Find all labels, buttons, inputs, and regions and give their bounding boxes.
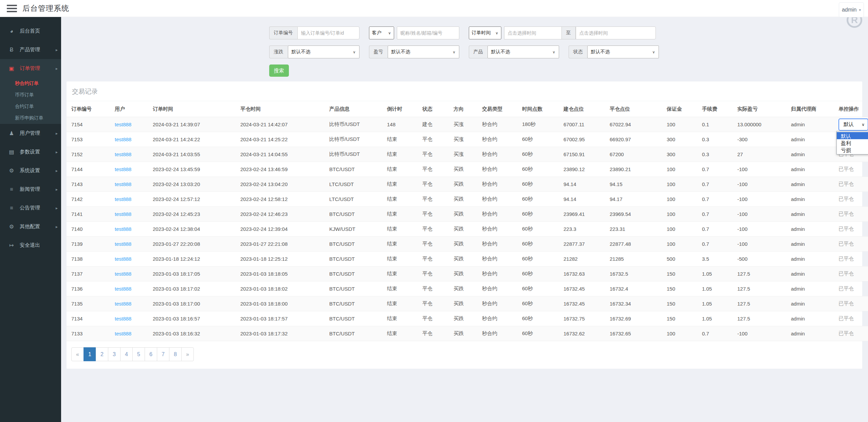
chevron-right-icon: ▸ bbox=[56, 150, 58, 154]
time-to-label: 至 bbox=[562, 26, 576, 39]
open-time-cell: 2023-02-24 12:38:04 bbox=[148, 222, 236, 237]
status-cell: 平仓 bbox=[418, 281, 449, 296]
control-dropdown-option[interactable]: 盈利 bbox=[837, 139, 868, 146]
pagination-page-7[interactable]: 7 bbox=[157, 347, 169, 361]
user-link[interactable]: test888 bbox=[115, 181, 131, 187]
control-dropdown-option[interactable]: 默认 bbox=[837, 132, 868, 139]
countdown-cell: 结束 bbox=[382, 192, 418, 207]
trade-type-cell: 秒合约 bbox=[477, 222, 517, 237]
user-link[interactable]: test888 bbox=[115, 211, 131, 217]
time-to-input[interactable] bbox=[576, 26, 656, 39]
sidebar-item-系统设置[interactable]: ⚙系统设置▸ bbox=[0, 161, 61, 180]
status-cell: 平仓 bbox=[418, 267, 449, 281]
product-select[interactable]: 默认不选 ∨ bbox=[487, 45, 559, 58]
user-link[interactable]: test888 bbox=[115, 316, 131, 322]
sidebar-item-订单管理[interactable]: ▣订单管理▸ bbox=[0, 59, 61, 78]
user-link[interactable]: test888 bbox=[115, 196, 131, 202]
user-link[interactable]: test888 bbox=[115, 151, 131, 157]
sidebar-subitem-币币订单[interactable]: 币币订单 bbox=[0, 89, 61, 101]
sidebar-item-后台首页[interactable]: ◕后台首页 bbox=[0, 22, 61, 40]
list-icon: ≡ bbox=[7, 205, 16, 211]
profit-select[interactable]: 默认不选 ∨ bbox=[388, 45, 459, 58]
pagination-next[interactable]: » bbox=[181, 347, 194, 361]
user-link[interactable]: test888 bbox=[115, 241, 131, 247]
orders-icon: ▣ bbox=[7, 65, 16, 72]
search-button[interactable]: 搜索 bbox=[269, 65, 289, 77]
hamburger-menu-icon[interactable] bbox=[7, 5, 17, 12]
time-from-input[interactable] bbox=[504, 26, 562, 39]
top-header-bar: 后台管理系统 bbox=[0, 0, 868, 17]
fee-cell: 1.05 bbox=[697, 267, 733, 281]
open-time-cell: 2023-01-03 18:16:32 bbox=[148, 326, 236, 341]
pagination-page-2[interactable]: 2 bbox=[96, 347, 108, 361]
sidebar-item-用户管理[interactable]: ♟用户管理▸ bbox=[0, 124, 61, 143]
sidebar-subitem-秒合约订单[interactable]: 秒合约订单 bbox=[0, 78, 61, 89]
pagination-prev[interactable]: « bbox=[71, 347, 84, 361]
open-price-cell: 67002.95 bbox=[559, 132, 605, 147]
sidebar-subitem-新币申购订单[interactable]: 新币申购订单 bbox=[0, 112, 61, 124]
status-select[interactable]: 默认不选 ∨ bbox=[587, 45, 659, 58]
status-cell: 平仓 bbox=[418, 222, 449, 237]
table-row: 7139test8882023-01-27 22:20:082023-01-27… bbox=[67, 237, 868, 252]
sidebar-subitem-合约订单[interactable]: 合约订单 bbox=[0, 101, 61, 112]
open-price-cell: 16732.62 bbox=[559, 326, 605, 341]
sidebar-item-产品管理[interactable]: Ƀ产品管理▸ bbox=[0, 40, 61, 59]
filter-form: 订单编号 客户 ∨ 订单时间 ∨ 至 bbox=[269, 26, 660, 77]
order-id-cell: 7133 bbox=[67, 326, 110, 341]
product-value: 默认不选 bbox=[491, 49, 510, 55]
user-cell: test888 bbox=[110, 237, 148, 252]
chevron-down-icon: ∨ bbox=[453, 50, 455, 54]
control-dropdown-option[interactable]: 亏损 bbox=[837, 146, 868, 153]
user-link[interactable]: test888 bbox=[115, 301, 131, 307]
product-cell: LTC/USDT bbox=[325, 177, 382, 192]
customer-type-select[interactable]: 客户 ∨ bbox=[369, 26, 394, 39]
user-link[interactable]: test888 bbox=[115, 256, 131, 262]
margin-cell: 150 bbox=[662, 281, 697, 296]
time-type-value: 订单时间 bbox=[472, 30, 491, 36]
close-price-cell: 16732.5 bbox=[605, 267, 662, 281]
user-link[interactable]: test888 bbox=[115, 286, 131, 292]
order-id-cell: 7137 bbox=[67, 267, 110, 281]
status-cell: 平仓 bbox=[418, 311, 449, 326]
pagination-page-1[interactable]: 1 bbox=[84, 347, 96, 361]
sidebar-item-公告管理[interactable]: ≡公告管理▸ bbox=[0, 199, 61, 217]
time-type-select[interactable]: 订单时间 ∨ bbox=[469, 26, 501, 39]
pagination-page-4[interactable]: 4 bbox=[120, 347, 133, 361]
column-header: 交易类型 bbox=[477, 101, 517, 117]
table-row: 7135test8882023-01-03 18:17:002023-01-03… bbox=[67, 296, 868, 311]
order-id-cell: 7152 bbox=[67, 147, 110, 162]
pagination-page-5[interactable]: 5 bbox=[132, 347, 145, 361]
sidebar-item-label: 新闻管理 bbox=[20, 186, 40, 192]
filter-row-2: 涨跌 默认不选 ∨ 盈亏 默认不选 ∨ 产品 默认不选 ∨ bbox=[269, 45, 660, 58]
sidebar-item-安全退出[interactable]: ↦安全退出 bbox=[0, 236, 61, 255]
pagination-page-8[interactable]: 8 bbox=[169, 347, 182, 361]
pagination-page-3[interactable]: 3 bbox=[108, 347, 121, 361]
profit-cell: -300 bbox=[733, 132, 786, 147]
close-price-cell: 16732.69 bbox=[605, 311, 662, 326]
direction-cell: 买跌 bbox=[449, 177, 477, 192]
pagination-page-6[interactable]: 6 bbox=[145, 347, 157, 361]
control-select[interactable]: 默认∨ bbox=[838, 118, 868, 131]
order-no-input[interactable] bbox=[297, 26, 359, 39]
user-link[interactable]: test888 bbox=[115, 122, 131, 127]
order-id-cell: 7134 bbox=[67, 311, 110, 326]
agent-cell: admin bbox=[786, 222, 834, 237]
customer-input[interactable] bbox=[397, 26, 459, 39]
order-id-cell: 7144 bbox=[67, 162, 110, 177]
profit-cell: -100 bbox=[733, 237, 786, 252]
sidebar-item-label: 订单管理 bbox=[20, 65, 40, 72]
closed-position-label: 已平仓 bbox=[838, 226, 854, 232]
close-price-cell: 16732.4 bbox=[605, 281, 662, 296]
user-link[interactable]: test888 bbox=[115, 271, 131, 277]
trade-type-cell: 秒合约 bbox=[477, 147, 517, 162]
sidebar-item-其他配置[interactable]: ⚙其他配置▸ bbox=[0, 217, 61, 236]
user-link[interactable]: test888 bbox=[115, 226, 131, 232]
user-link[interactable]: test888 bbox=[115, 331, 131, 336]
sidebar-item-新闻管理[interactable]: ≡新闻管理▸ bbox=[0, 180, 61, 199]
user-link[interactable]: test888 bbox=[115, 166, 131, 172]
sidebar-item-参数设置[interactable]: ▤参数设置▸ bbox=[0, 143, 61, 161]
user-link[interactable]: test888 bbox=[115, 136, 131, 142]
file-icon: ▤ bbox=[7, 149, 16, 155]
admin-user-menu[interactable]: admin ▾ bbox=[839, 2, 864, 17]
updown-select[interactable]: 默认不选 ∨ bbox=[288, 45, 359, 58]
